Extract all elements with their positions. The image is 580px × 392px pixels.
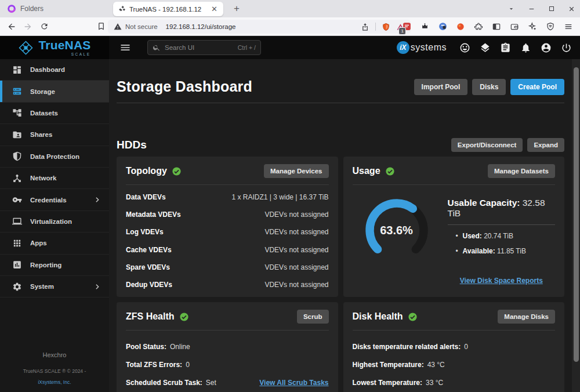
page-scrollbar[interactable] [572,59,580,392]
ix-text: systems [411,42,447,53]
sidebar-item-shares[interactable]: Shares [0,124,109,146]
sidebar-item-reporting[interactable]: Reporting [0,255,109,276]
scrub-button[interactable]: Scrub [297,310,329,324]
new-tab-button[interactable]: + [230,2,244,15]
view-all-scrub-tasks-link[interactable]: View All Scrub Tasks [259,379,328,387]
tab-list-chevron-icon[interactable] [507,5,515,13]
sidebar-item-apps[interactable]: Apps [0,233,109,254]
manage-devices-button[interactable]: Manage Devices [264,164,329,178]
page-header: Storage Dashboard Import Pool Disks Crea… [117,78,564,95]
healthy-check-icon [408,312,418,322]
puzzle-extensions-icon[interactable] [473,21,484,32]
sidebar-item-dashboard[interactable]: Dashboard [0,59,109,81]
browser-tab[interactable]: TrueNAS - 192.168.1.12 ✕ [113,2,223,16]
used-row: Used: 20.74 TiB [456,232,556,240]
healthy-check-icon [385,166,395,176]
usage-card-header: Usage Manage Datasets [353,164,556,185]
jobs-clipboard-icon[interactable] [500,42,511,53]
ext-lock-blue-icon[interactable] [437,21,448,32]
menu-hamburger-icon[interactable] [563,21,574,32]
wallet-icon[interactable] [509,21,520,32]
warning-icon [114,23,122,31]
window-controls [507,0,575,17]
alerts-bell-icon[interactable] [520,42,531,53]
reload-icon[interactable] [36,22,52,31]
forward-icon[interactable] [20,22,36,31]
power-icon[interactable] [561,42,572,53]
import-pool-button[interactable]: Import Pool [414,79,468,95]
page-title: Storage Dashboard [117,78,252,95]
sidebar-item-data-protection[interactable]: Data Protection [0,146,109,168]
topology-row: Data VDEVs1 x RAIDZ1 | 3 wide | 16.37 Ti… [126,188,329,206]
system-gear-icon [12,282,24,292]
disks-button[interactable]: Disks [472,79,506,95]
url-bar[interactable]: Not secure 192.168.1.12/ui/storage [108,20,411,34]
disk-health-card: Disk Health Manage Disks Disks temperatu… [343,302,565,392]
zfs-health-title: ZFS Health [126,311,189,322]
window-close-icon[interactable] [568,5,575,13]
sidebar-footer: Hexchro TrueNAS SCALE ® © 2024 - iXsyste… [0,351,109,386]
topology-card-header: Topology Manage Devices [126,164,329,185]
bookmark-icon[interactable] [93,22,109,31]
ext-crown-icon[interactable] [419,21,430,32]
manage-datasets-button[interactable]: Manage Datasets [488,164,555,178]
truecommand-icon[interactable] [480,42,491,53]
zfs-health-rows: Pool Status:Online Total ZFS Errors:0 Sc… [126,337,329,391]
healthy-check-icon [179,312,189,322]
export-disconnect-button[interactable]: Export/Disconnect [451,138,523,152]
topology-rows: Data VDEVs1 x RAIDZ1 | 3 wide | 16.37 Ti… [126,188,329,293]
search-box[interactable]: Ctrl + / [147,40,261,55]
folders-app-icon [7,4,16,13]
view-disk-space-reports-link[interactable]: View Disk Space Reports [460,277,543,285]
expand-button[interactable]: Expand [527,138,564,152]
truenas-logo-icon [18,40,34,56]
sidebar-item-credentials[interactable]: Credentials [0,189,109,210]
screen: Folders TrueNAS - 192.168.1.12 ✕ + [0,0,580,392]
sidenav-menu-icon[interactable] [119,42,131,53]
privacy-shield-icon[interactable] [545,21,556,32]
cards-grid: Topology Manage Devices Data VDEVs1 x RA… [117,157,564,392]
usage-bullets: Used: 20.74 TiB Available: 11.85 TiB [456,232,556,255]
sidebar-item-network[interactable]: Network [0,168,109,189]
network-icon [12,173,24,183]
highest-temp-row: Highest Temperature:43 °C [353,355,556,373]
feedback-smiley-icon[interactable] [459,42,470,53]
apps-grid-icon [12,238,24,248]
window-maximize-icon[interactable] [548,5,555,12]
sidebar-item-virtualization[interactable]: Virtualization [0,211,109,233]
sparkle-ai-icon[interactable] [527,21,538,32]
search-input[interactable] [165,44,238,51]
topology-row: Spare VDEVsVDEVs not assigned [126,259,329,276]
window-minimize-icon[interactable] [528,5,535,13]
search-icon [153,43,161,52]
share-icon[interactable] [361,23,369,31]
sidebar-toggle-icon[interactable] [491,21,502,32]
tab-close-icon[interactable]: ✕ [210,5,219,13]
pool-actions: Export/Disconnect Expand [451,138,564,152]
security-label: Not secure [125,23,158,30]
truenas-logo[interactable]: TrueNAS SCALE [0,36,109,59]
sidebar-item-datasets[interactable]: Datasets [0,103,109,124]
topology-row: Metadata VDEVsVDEVs not assigned [126,206,329,223]
manage-disks-button[interactable]: Manage Disks [498,310,555,324]
create-pool-button[interactable]: Create Pool [510,79,564,95]
brand-sub: SCALE [38,52,90,56]
usage-details: Usable Capacity: 32.58 TiB Used: 20.74 T… [448,198,556,285]
scrollbar-thumb[interactable] [574,67,579,362]
topology-row: Log VDEVsVDEVs not assigned [126,223,329,241]
lowest-temp-row: Lowest Temperature:33 °C [353,373,556,391]
user-account-icon[interactable] [541,42,552,53]
pool-status-row: Pool Status:Online [126,337,329,355]
sidebar-item-storage[interactable]: Storage [0,81,109,102]
ext-red-icon[interactable]: 1 [401,21,412,32]
ext-orange-dot-icon[interactable] [455,21,466,32]
sidebar-item-system[interactable]: System [0,276,109,297]
browser-app-button[interactable]: Folders [7,4,44,13]
ixsystems-link[interactable]: iXsystems, Inc. [38,379,71,385]
back-icon[interactable] [3,22,20,31]
disk-health-card-header: Disk Health Manage Disks [353,310,556,331]
available-row: Available: 11.85 TiB [456,247,556,255]
shield-extension-icon[interactable] [382,23,390,31]
tab-title: TrueNAS - 192.168.1.12 [129,6,210,13]
storage-icon [12,86,24,96]
